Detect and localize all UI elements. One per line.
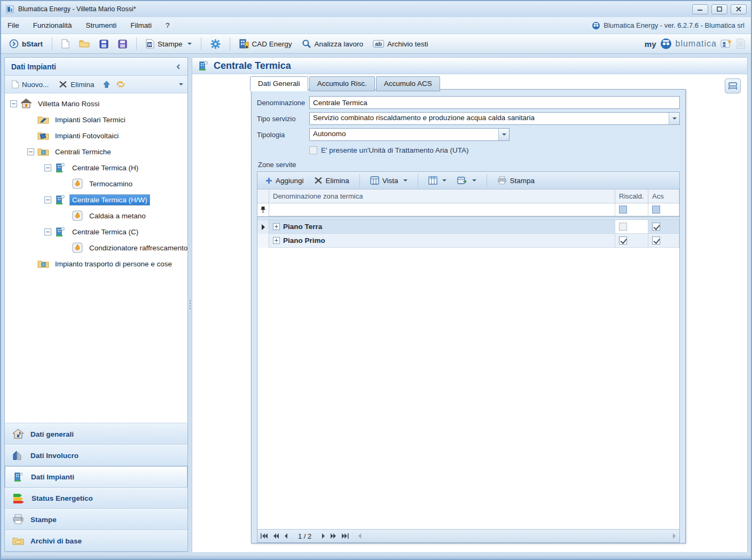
first-page-button[interactable]: [261, 533, 268, 539]
uta-checkbox[interactable]: [309, 146, 317, 154]
maximize-button[interactable]: [711, 4, 727, 14]
tree-options-dropdown-icon[interactable]: [179, 83, 183, 85]
riscald-checkbox[interactable]: [615, 220, 648, 234]
column-acs[interactable]: Acs: [648, 190, 679, 203]
column-chooser-button[interactable]: [426, 175, 449, 186]
minimize-button[interactable]: [692, 4, 708, 14]
tree-item-fotovoltaici[interactable]: Impianti Fotovoltaici: [5, 128, 187, 144]
main-area: Centrale Termica Dati Generali Accumulo …: [192, 57, 748, 552]
menu-funzionalita[interactable]: Funzionalità: [33, 21, 72, 29]
close-button[interactable]: [731, 4, 747, 14]
elimina-button[interactable]: Elimina: [57, 79, 97, 90]
scroll-left-icon[interactable]: [358, 533, 362, 539]
my-blumatica-link[interactable]: my: [645, 40, 656, 49]
nav-dati-involucro[interactable]: Dati Involucro: [5, 445, 187, 466]
collapse-node-icon[interactable]: [27, 148, 34, 155]
bstart-button[interactable]: bStart: [6, 37, 45, 50]
collapse-node-icon[interactable]: [44, 196, 51, 203]
scroll-right-icon[interactable]: [672, 533, 676, 539]
last-page-button[interactable]: [341, 533, 349, 539]
open-button[interactable]: [76, 38, 92, 50]
my-blumatica-logo-icon[interactable]: [660, 38, 672, 50]
filter-riscald-checkbox[interactable]: [615, 203, 648, 216]
nav-stampe[interactable]: Stampe: [5, 509, 187, 530]
menu-file[interactable]: File: [7, 21, 19, 29]
vista-button[interactable]: Vista: [367, 175, 410, 186]
expand-row-icon[interactable]: [273, 237, 280, 244]
tree-item-centrali-termiche[interactable]: Centrali Termiche: [5, 144, 187, 160]
filter-row[interactable]: [257, 203, 679, 217]
tipo-servizio-select[interactable]: Servizio combinato riscaldamento e produ…: [309, 112, 680, 125]
chevron-down-icon[interactable]: [498, 129, 509, 140]
next-page-button[interactable]: [322, 533, 325, 539]
table-row-piano-primo[interactable]: Piano Primo: [257, 234, 679, 248]
envelope-data-icon: [12, 450, 24, 461]
riscald-checkbox[interactable]: [615, 234, 648, 248]
new-file-button[interactable]: [59, 37, 72, 50]
panel-splitter[interactable]: [188, 57, 192, 552]
tree-item-caldaia[interactable]: Caldaia a metano: [5, 208, 187, 224]
column-riscald[interactable]: Riscald.: [615, 190, 648, 203]
thermal-plant-icon: [54, 194, 66, 205]
filter-acs-checkbox[interactable]: [648, 203, 679, 216]
settings-button[interactable]: [208, 37, 223, 51]
column-denominazione[interactable]: Denominazione zona termica: [269, 190, 615, 203]
new-item-icon: [12, 80, 19, 89]
menu-filmati[interactable]: Filmati: [130, 21, 152, 29]
nuovo-button[interactable]: Nuovo...: [9, 78, 51, 90]
plants-data-icon: [13, 471, 25, 482]
collapse-node-icon[interactable]: [44, 228, 51, 235]
tree-item-trasporto[interactable]: Impianto trasporto di persone e cose: [5, 256, 187, 272]
save-all-button[interactable]: [115, 38, 130, 50]
fast-prev-button[interactable]: [273, 533, 279, 539]
stampa-button[interactable]: Stampa: [495, 175, 538, 186]
collapse-panel-icon[interactable]: [176, 64, 181, 70]
fast-next-button[interactable]: [330, 533, 336, 539]
save-button[interactable]: [97, 38, 111, 50]
pin-icon[interactable]: [257, 203, 269, 216]
acs-checkbox[interactable]: [648, 220, 679, 234]
main-toolbar: bStart W Stampe CAD Energy: [1, 34, 751, 54]
analizza-lavoro-button[interactable]: Analizza lavoro: [299, 37, 366, 50]
main-header: Centrale Termica: [192, 58, 747, 74]
nav-dati-impianti[interactable]: Dati Impianti: [5, 466, 187, 487]
collapse-node-icon[interactable]: [10, 100, 17, 107]
tree-item-centrale-hw[interactable]: Centrale Termica (H/W): [5, 192, 187, 208]
aggiungi-button[interactable]: Aggiungi: [263, 175, 307, 186]
denominazione-input[interactable]: [309, 96, 680, 109]
zone-servite-label: Zone servite: [258, 161, 680, 169]
user-account-icon[interactable]: [720, 38, 732, 49]
move-up-icon[interactable]: [103, 81, 111, 89]
prev-page-button[interactable]: [284, 533, 288, 539]
table-row-piano-terra[interactable]: Piano Terra: [257, 220, 679, 234]
nav-status-energetico[interactable]: Status Energetico: [5, 487, 187, 509]
tree-item-termocamino[interactable]: Termocamino: [5, 176, 187, 192]
tree-item-condizionatore[interactable]: Condizionatore raffrescamento: [5, 240, 187, 256]
refresh-icon[interactable]: [116, 80, 126, 89]
expand-row-icon[interactable]: [273, 223, 280, 230]
tipologia-select[interactable]: Autonomo: [309, 128, 510, 141]
tree-item-centrale-c[interactable]: Centrale Termica (C): [5, 224, 187, 240]
stampe-button[interactable]: W Stampe: [143, 37, 194, 50]
tab-accumulo-risc[interactable]: Accumulo Risc.: [309, 76, 375, 91]
toolbar-separator: [52, 37, 52, 50]
nav-archivi-di-base[interactable]: Archivi di base: [5, 530, 187, 551]
acs-checkbox[interactable]: [648, 234, 679, 248]
menu-strumenti[interactable]: Strumenti: [86, 21, 117, 29]
collapse-node-icon[interactable]: [44, 164, 51, 171]
tree-item-centrale-h[interactable]: Centrale Termica (H): [5, 160, 187, 176]
elimina-zona-button[interactable]: Elimina: [312, 175, 352, 186]
tree-item-solari[interactable]: Impianti Solari Termici: [5, 112, 187, 128]
tab-accumulo-acs[interactable]: Accumulo ACS: [376, 76, 440, 91]
filter-name-input[interactable]: [269, 203, 615, 216]
notes-disabled-icon: [736, 38, 746, 49]
tab-dati-generali[interactable]: Dati Generali: [250, 76, 308, 91]
export-button[interactable]: [455, 175, 479, 186]
nav-dati-generali[interactable]: Dati generali: [5, 423, 187, 445]
tree-item-villetta[interactable]: Villetta Mario Rossi: [5, 96, 187, 112]
chevron-down-icon[interactable]: [669, 113, 679, 124]
archivio-testi-button[interactable]: ab Archivio testi: [370, 38, 430, 50]
fit-width-button[interactable]: [725, 78, 741, 93]
cad-energy-button[interactable]: CAD Energy: [237, 37, 295, 50]
menu-help[interactable]: ?: [166, 21, 170, 29]
